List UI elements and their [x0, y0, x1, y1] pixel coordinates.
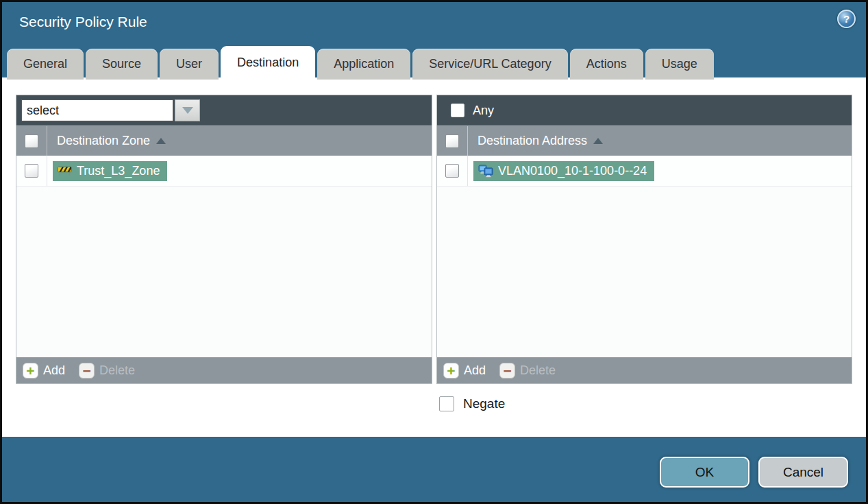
- zone-filter-input[interactable]: [21, 99, 173, 121]
- tab-destination[interactable]: Destination: [221, 46, 315, 80]
- address-any-checkbox[interactable]: [451, 104, 464, 117]
- chevron-down-icon: [182, 107, 193, 114]
- add-icon: +: [443, 363, 459, 379]
- zone-column-label[interactable]: Destination Zone: [57, 134, 150, 148]
- tab-application[interactable]: Application: [317, 49, 410, 80]
- zone-filter-dropdown-button[interactable]: [175, 99, 200, 121]
- address-column-header: Destination Address: [437, 125, 852, 156]
- zone-select-all-checkbox[interactable]: [25, 134, 38, 148]
- address-row-checkbox[interactable]: [445, 164, 459, 178]
- address-select-all-checkbox[interactable]: [445, 134, 459, 148]
- tab-actions[interactable]: Actions: [570, 49, 643, 80]
- security-policy-rule-dialog: Security Policy Rule ? General Source Us…: [0, 0, 868, 504]
- zone-delete-button[interactable]: − Delete: [79, 363, 135, 379]
- delete-icon: −: [499, 363, 515, 379]
- cancel-button[interactable]: Cancel: [758, 457, 848, 488]
- table-row: VLAN0100_10-1-100-0--24: [437, 156, 852, 187]
- sort-asc-icon: [593, 138, 603, 144]
- address-item-vlan0100[interactable]: VLAN0100_10-1-100-0--24: [473, 161, 654, 181]
- tab-user[interactable]: User: [160, 49, 219, 80]
- table-row: Trust_L3_Zone: [16, 156, 432, 187]
- destination-tab-content: Destination Zone: [2, 77, 866, 437]
- zone-item-trust-l3-zone[interactable]: Trust_L3_Zone: [53, 161, 167, 181]
- address-icon: [478, 165, 493, 178]
- tab-source[interactable]: Source: [86, 49, 158, 80]
- address-panel-footer: + Add − Delete: [437, 357, 852, 383]
- address-any-label: Any: [473, 104, 494, 118]
- negate-label: Negate: [463, 396, 505, 411]
- zone-list: Trust_L3_Zone: [16, 156, 432, 357]
- negate-checkbox[interactable]: [439, 396, 454, 411]
- address-any-bar: Any: [437, 95, 852, 125]
- destination-zone-panel: Destination Zone: [16, 95, 432, 384]
- zone-add-button[interactable]: + Add: [23, 363, 65, 379]
- delete-icon: −: [79, 363, 95, 379]
- address-column-label[interactable]: Destination Address: [478, 134, 587, 148]
- tab-service-url-category[interactable]: Service/URL Category: [412, 49, 567, 80]
- add-icon: +: [23, 363, 38, 379]
- destination-address-panel: Any Destination Address: [436, 95, 852, 384]
- address-item-label: VLAN0100_10-1-100-0--24: [498, 164, 647, 178]
- address-list: VLAN0100_10-1-100-0--24: [437, 156, 852, 357]
- tab-usage[interactable]: Usage: [645, 49, 714, 80]
- zone-item-label: Trust_L3_Zone: [77, 164, 160, 178]
- help-icon[interactable]: ?: [837, 10, 856, 28]
- ok-button[interactable]: OK: [660, 457, 749, 488]
- address-delete-button[interactable]: − Delete: [499, 363, 556, 379]
- negate-option: Negate: [439, 396, 505, 411]
- address-add-button[interactable]: + Add: [443, 363, 486, 379]
- tab-general[interactable]: General: [7, 49, 84, 80]
- zone-panel-footer: + Add − Delete: [16, 357, 432, 383]
- sort-asc-icon: [156, 138, 166, 144]
- tab-bar: General Source User Destination Applicat…: [7, 46, 714, 80]
- zone-filter-bar: [16, 95, 432, 125]
- zone-icon: [58, 165, 72, 176]
- zone-column-header: Destination Zone: [16, 125, 432, 156]
- dialog-title: Security Policy Rule: [19, 14, 147, 30]
- zone-row-checkbox[interactable]: [25, 164, 38, 178]
